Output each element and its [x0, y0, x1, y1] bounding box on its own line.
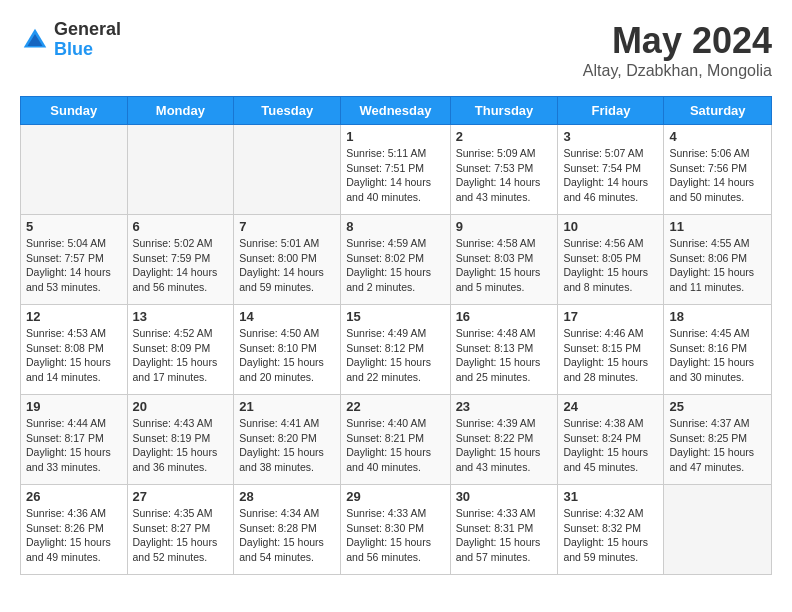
day-info: Sunrise: 4:58 AMSunset: 8:03 PMDaylight:…: [456, 236, 553, 295]
calendar-cell: [664, 485, 772, 575]
day-number: 23: [456, 399, 553, 414]
day-info: Sunrise: 4:40 AMSunset: 8:21 PMDaylight:…: [346, 416, 444, 475]
day-number: 12: [26, 309, 122, 324]
day-number: 9: [456, 219, 553, 234]
calendar-week-row: 26Sunrise: 4:36 AMSunset: 8:26 PMDayligh…: [21, 485, 772, 575]
logo-text: General Blue: [54, 20, 121, 60]
logo-blue: Blue: [54, 40, 121, 60]
calendar-cell: 14Sunrise: 4:50 AMSunset: 8:10 PMDayligh…: [234, 305, 341, 395]
weekday-header: Monday: [127, 97, 234, 125]
calendar: SundayMondayTuesdayWednesdayThursdayFrid…: [20, 96, 772, 575]
day-info: Sunrise: 4:43 AMSunset: 8:19 PMDaylight:…: [133, 416, 229, 475]
calendar-cell: 9Sunrise: 4:58 AMSunset: 8:03 PMDaylight…: [450, 215, 558, 305]
day-info: Sunrise: 5:06 AMSunset: 7:56 PMDaylight:…: [669, 146, 766, 205]
calendar-cell: 31Sunrise: 4:32 AMSunset: 8:32 PMDayligh…: [558, 485, 664, 575]
calendar-week-row: 19Sunrise: 4:44 AMSunset: 8:17 PMDayligh…: [21, 395, 772, 485]
calendar-cell: 12Sunrise: 4:53 AMSunset: 8:08 PMDayligh…: [21, 305, 128, 395]
title-section: May 2024 Altay, Dzabkhan, Mongolia: [583, 20, 772, 80]
calendar-cell: 15Sunrise: 4:49 AMSunset: 8:12 PMDayligh…: [341, 305, 450, 395]
calendar-cell: 22Sunrise: 4:40 AMSunset: 8:21 PMDayligh…: [341, 395, 450, 485]
day-info: Sunrise: 4:55 AMSunset: 8:06 PMDaylight:…: [669, 236, 766, 295]
weekday-header: Thursday: [450, 97, 558, 125]
day-info: Sunrise: 4:33 AMSunset: 8:31 PMDaylight:…: [456, 506, 553, 565]
weekday-header: Tuesday: [234, 97, 341, 125]
calendar-cell: 19Sunrise: 4:44 AMSunset: 8:17 PMDayligh…: [21, 395, 128, 485]
day-number: 17: [563, 309, 658, 324]
day-info: Sunrise: 4:35 AMSunset: 8:27 PMDaylight:…: [133, 506, 229, 565]
day-info: Sunrise: 4:45 AMSunset: 8:16 PMDaylight:…: [669, 326, 766, 385]
day-info: Sunrise: 4:37 AMSunset: 8:25 PMDaylight:…: [669, 416, 766, 475]
day-number: 16: [456, 309, 553, 324]
day-number: 29: [346, 489, 444, 504]
day-number: 10: [563, 219, 658, 234]
calendar-cell: 20Sunrise: 4:43 AMSunset: 8:19 PMDayligh…: [127, 395, 234, 485]
calendar-cell: [127, 125, 234, 215]
calendar-cell: [234, 125, 341, 215]
day-number: 3: [563, 129, 658, 144]
weekday-header: Saturday: [664, 97, 772, 125]
calendar-cell: 2Sunrise: 5:09 AMSunset: 7:53 PMDaylight…: [450, 125, 558, 215]
logo-general: General: [54, 20, 121, 40]
day-info: Sunrise: 4:44 AMSunset: 8:17 PMDaylight:…: [26, 416, 122, 475]
calendar-cell: 25Sunrise: 4:37 AMSunset: 8:25 PMDayligh…: [664, 395, 772, 485]
calendar-cell: 17Sunrise: 4:46 AMSunset: 8:15 PMDayligh…: [558, 305, 664, 395]
day-number: 21: [239, 399, 335, 414]
calendar-cell: 13Sunrise: 4:52 AMSunset: 8:09 PMDayligh…: [127, 305, 234, 395]
calendar-cell: 7Sunrise: 5:01 AMSunset: 8:00 PMDaylight…: [234, 215, 341, 305]
day-number: 25: [669, 399, 766, 414]
day-info: Sunrise: 5:02 AMSunset: 7:59 PMDaylight:…: [133, 236, 229, 295]
calendar-cell: 3Sunrise: 5:07 AMSunset: 7:54 PMDaylight…: [558, 125, 664, 215]
day-info: Sunrise: 4:53 AMSunset: 8:08 PMDaylight:…: [26, 326, 122, 385]
day-number: 22: [346, 399, 444, 414]
weekday-header: Wednesday: [341, 97, 450, 125]
day-info: Sunrise: 4:41 AMSunset: 8:20 PMDaylight:…: [239, 416, 335, 475]
day-number: 11: [669, 219, 766, 234]
weekday-header: Friday: [558, 97, 664, 125]
day-number: 30: [456, 489, 553, 504]
calendar-cell: 30Sunrise: 4:33 AMSunset: 8:31 PMDayligh…: [450, 485, 558, 575]
calendar-week-row: 1Sunrise: 5:11 AMSunset: 7:51 PMDaylight…: [21, 125, 772, 215]
calendar-week-row: 12Sunrise: 4:53 AMSunset: 8:08 PMDayligh…: [21, 305, 772, 395]
calendar-cell: 18Sunrise: 4:45 AMSunset: 8:16 PMDayligh…: [664, 305, 772, 395]
calendar-cell: [21, 125, 128, 215]
day-number: 4: [669, 129, 766, 144]
calendar-cell: 10Sunrise: 4:56 AMSunset: 8:05 PMDayligh…: [558, 215, 664, 305]
calendar-cell: 21Sunrise: 4:41 AMSunset: 8:20 PMDayligh…: [234, 395, 341, 485]
day-number: 8: [346, 219, 444, 234]
day-info: Sunrise: 4:38 AMSunset: 8:24 PMDaylight:…: [563, 416, 658, 475]
calendar-cell: 11Sunrise: 4:55 AMSunset: 8:06 PMDayligh…: [664, 215, 772, 305]
logo-icon: [20, 25, 50, 55]
page-header: General Blue May 2024 Altay, Dzabkhan, M…: [20, 20, 772, 80]
weekday-header: Sunday: [21, 97, 128, 125]
day-info: Sunrise: 4:56 AMSunset: 8:05 PMDaylight:…: [563, 236, 658, 295]
day-info: Sunrise: 4:59 AMSunset: 8:02 PMDaylight:…: [346, 236, 444, 295]
day-info: Sunrise: 4:36 AMSunset: 8:26 PMDaylight:…: [26, 506, 122, 565]
day-number: 31: [563, 489, 658, 504]
day-number: 26: [26, 489, 122, 504]
day-number: 19: [26, 399, 122, 414]
calendar-cell: 4Sunrise: 5:06 AMSunset: 7:56 PMDaylight…: [664, 125, 772, 215]
day-number: 6: [133, 219, 229, 234]
day-info: Sunrise: 4:52 AMSunset: 8:09 PMDaylight:…: [133, 326, 229, 385]
day-number: 7: [239, 219, 335, 234]
calendar-cell: 8Sunrise: 4:59 AMSunset: 8:02 PMDaylight…: [341, 215, 450, 305]
day-info: Sunrise: 5:01 AMSunset: 8:00 PMDaylight:…: [239, 236, 335, 295]
day-info: Sunrise: 5:11 AMSunset: 7:51 PMDaylight:…: [346, 146, 444, 205]
day-number: 24: [563, 399, 658, 414]
calendar-cell: 16Sunrise: 4:48 AMSunset: 8:13 PMDayligh…: [450, 305, 558, 395]
day-number: 1: [346, 129, 444, 144]
day-info: Sunrise: 4:34 AMSunset: 8:28 PMDaylight:…: [239, 506, 335, 565]
day-number: 20: [133, 399, 229, 414]
day-info: Sunrise: 4:46 AMSunset: 8:15 PMDaylight:…: [563, 326, 658, 385]
day-info: Sunrise: 5:09 AMSunset: 7:53 PMDaylight:…: [456, 146, 553, 205]
day-number: 15: [346, 309, 444, 324]
calendar-cell: 26Sunrise: 4:36 AMSunset: 8:26 PMDayligh…: [21, 485, 128, 575]
day-info: Sunrise: 4:49 AMSunset: 8:12 PMDaylight:…: [346, 326, 444, 385]
logo: General Blue: [20, 20, 121, 60]
day-number: 13: [133, 309, 229, 324]
calendar-cell: 29Sunrise: 4:33 AMSunset: 8:30 PMDayligh…: [341, 485, 450, 575]
calendar-cell: 24Sunrise: 4:38 AMSunset: 8:24 PMDayligh…: [558, 395, 664, 485]
day-number: 2: [456, 129, 553, 144]
day-number: 18: [669, 309, 766, 324]
calendar-cell: 28Sunrise: 4:34 AMSunset: 8:28 PMDayligh…: [234, 485, 341, 575]
